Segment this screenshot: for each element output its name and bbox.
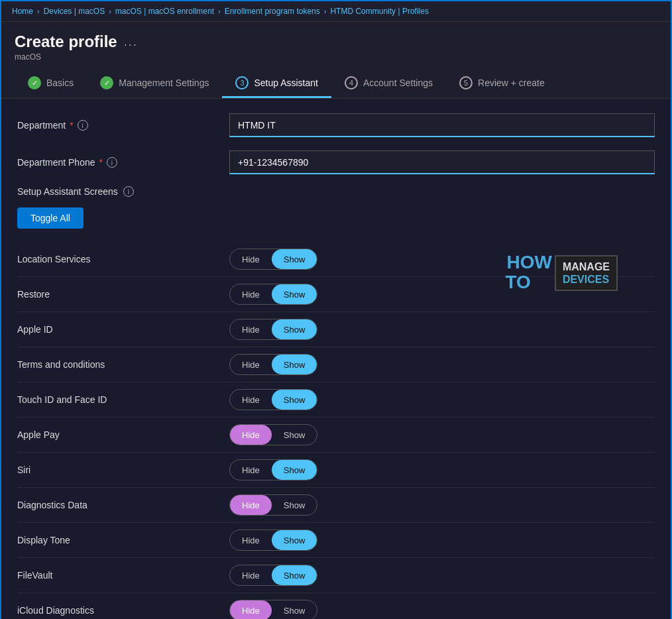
toggle-label-apple-id: Apple ID bbox=[17, 324, 229, 335]
toggle-show-apple-pay[interactable]: Show bbox=[272, 425, 317, 445]
toggle-hide-apple-pay[interactable]: Hide bbox=[230, 425, 272, 445]
tab-review-num-icon: 5 bbox=[459, 76, 473, 89]
toggle-switch-siri: HideShow bbox=[229, 459, 317, 480]
tab-basics[interactable]: ✓ Basics bbox=[15, 70, 87, 98]
toggle-label-restore: Restore bbox=[17, 289, 229, 300]
breadcrumb-profiles[interactable]: HTMD Community | Profiles bbox=[330, 7, 428, 16]
tab-setup-num-icon: 3 bbox=[235, 76, 249, 89]
toggle-hide-touch-id[interactable]: Hide bbox=[230, 390, 272, 410]
toggle-switch-terms: HideShow bbox=[229, 354, 317, 375]
phone-info-icon[interactable]: i bbox=[107, 157, 117, 168]
toggle-hide-diagnostics[interactable]: Hide bbox=[230, 495, 272, 515]
toggle-show-filevault[interactable]: Show bbox=[272, 565, 317, 585]
toggle-all-button[interactable]: Toggle All bbox=[17, 207, 84, 229]
tab-bar: ✓ Basics ✓ Management Settings 3 Setup A… bbox=[15, 70, 657, 98]
toggle-row-icloud-diag: iCloud DiagnosticsHideShow bbox=[17, 593, 655, 619]
toggle-show-display-tone[interactable]: Show bbox=[272, 530, 317, 550]
phone-required: * bbox=[99, 157, 103, 168]
toggle-show-location[interactable]: Show bbox=[272, 249, 317, 269]
department-phone-input[interactable] bbox=[229, 150, 655, 174]
tab-management-label: Management Settings bbox=[119, 78, 209, 88]
tab-review-label: Review + create bbox=[478, 78, 545, 88]
toggle-row-apple-pay: Apple PayHideShow bbox=[17, 418, 655, 453]
toggle-hide-apple-id[interactable]: Hide bbox=[230, 319, 272, 339]
page-title-menu[interactable]: ... bbox=[124, 35, 138, 49]
toggle-label-touch-id: Touch ID and Face ID bbox=[17, 394, 229, 405]
main-content: Department * i Department Phone * i Setu… bbox=[1, 99, 671, 619]
toggle-hide-location[interactable]: Hide bbox=[230, 249, 272, 269]
toggle-row-restore: RestoreHideShow bbox=[17, 277, 655, 312]
toggle-switch-apple-pay: HideShow bbox=[229, 424, 317, 445]
toggle-show-terms[interactable]: Show bbox=[272, 355, 317, 374]
tab-account-label: Account Settings bbox=[363, 78, 433, 88]
tab-basics-check-icon: ✓ bbox=[28, 76, 41, 89]
breadcrumb-devices[interactable]: Devices | macOS bbox=[44, 7, 105, 16]
toggle-show-diagnostics[interactable]: Show bbox=[272, 495, 317, 515]
department-info-icon[interactable]: i bbox=[78, 120, 88, 131]
toggle-label-apple-pay: Apple Pay bbox=[17, 429, 229, 440]
toggle-show-restore[interactable]: Show bbox=[272, 284, 317, 304]
toggle-hide-icloud-diag[interactable]: Hide bbox=[230, 600, 272, 619]
toggle-row-diagnostics: Diagnostics DataHideShow bbox=[17, 488, 655, 523]
department-input[interactable] bbox=[229, 113, 655, 137]
department-required: * bbox=[70, 120, 73, 131]
toggle-label-terms: Terms and conditions bbox=[17, 359, 229, 370]
toggle-show-siri[interactable]: Show bbox=[272, 460, 317, 480]
page-header: Create profile ... macOS ✓ Basics ✓ Mana… bbox=[1, 22, 671, 99]
page-title: Create profile bbox=[15, 32, 117, 51]
toggle-switch-restore: HideShow bbox=[229, 284, 317, 305]
department-phone-label: Department Phone * i bbox=[17, 157, 229, 168]
tab-account-num-icon: 4 bbox=[345, 76, 358, 89]
tab-management[interactable]: ✓ Management Settings bbox=[87, 70, 222, 98]
breadcrumb-home[interactable]: Home bbox=[12, 7, 33, 16]
toggle-row-touch-id: Touch ID and Face IDHideShow bbox=[17, 382, 655, 418]
toggle-list: Location ServicesHideShowRestoreHideShow… bbox=[17, 242, 655, 619]
page-subtitle: macOS bbox=[15, 52, 657, 62]
toggle-row-terms: Terms and conditionsHideShow bbox=[17, 347, 655, 382]
department-phone-row: Department Phone * i bbox=[17, 149, 655, 176]
breadcrumb-tokens[interactable]: Enrollment program tokens bbox=[225, 7, 320, 16]
toggle-switch-touch-id: HideShow bbox=[229, 389, 317, 410]
toggle-label-diagnostics: Diagnostics Data bbox=[17, 500, 229, 510]
tab-basics-label: Basics bbox=[46, 78, 74, 88]
toggle-row-apple-id: Apple IDHideShow bbox=[17, 312, 655, 347]
department-row: Department * i bbox=[17, 112, 655, 139]
toggle-label-filevault: FileVault bbox=[17, 570, 229, 581]
toggle-hide-display-tone[interactable]: Hide bbox=[230, 530, 272, 550]
toggle-label-siri: Siri bbox=[17, 465, 229, 475]
tab-review[interactable]: 5 Review + create bbox=[446, 70, 558, 98]
toggle-show-apple-id[interactable]: Show bbox=[272, 319, 317, 339]
breadcrumb-enrollment[interactable]: macOS | macOS enrollment bbox=[115, 7, 214, 16]
toggle-switch-display-tone: HideShow bbox=[229, 530, 317, 551]
section-label: Setup Assistant Screens i bbox=[17, 186, 655, 197]
toggle-switch-filevault: HideShow bbox=[229, 565, 317, 586]
toggle-switch-icloud-diag: HideShow bbox=[229, 600, 317, 619]
tab-management-check-icon: ✓ bbox=[100, 76, 113, 89]
toggle-label-icloud-diag: iCloud Diagnostics bbox=[17, 605, 229, 616]
toggle-show-touch-id[interactable]: Show bbox=[272, 390, 317, 410]
tab-setup[interactable]: 3 Setup Assistant bbox=[222, 70, 331, 98]
toggle-show-icloud-diag[interactable]: Show bbox=[272, 600, 317, 619]
toggle-switch-diagnostics: HideShow bbox=[229, 494, 317, 516]
toggle-label-display-tone: Display Tone bbox=[17, 535, 229, 545]
breadcrumb: Home › Devices | macOS › macOS | macOS e… bbox=[1, 1, 671, 22]
toggle-hide-restore[interactable]: Hide bbox=[230, 284, 272, 304]
section-info-icon[interactable]: i bbox=[123, 186, 134, 197]
toggle-row-filevault: FileVaultHideShow bbox=[17, 558, 655, 593]
toggle-switch-location: HideShow bbox=[229, 249, 317, 270]
toggle-hide-siri[interactable]: Hide bbox=[230, 460, 272, 480]
toggle-hide-filevault[interactable]: Hide bbox=[230, 565, 272, 585]
toggle-label-location: Location Services bbox=[17, 254, 229, 264]
toggle-row-display-tone: Display ToneHideShow bbox=[17, 523, 655, 558]
toggle-row-siri: SiriHideShow bbox=[17, 453, 655, 488]
department-label: Department * i bbox=[17, 120, 229, 131]
toggle-switch-apple-id: HideShow bbox=[229, 319, 317, 340]
toggle-row-location: Location ServicesHideShow bbox=[17, 242, 655, 277]
tab-setup-label: Setup Assistant bbox=[254, 78, 318, 88]
tab-account[interactable]: 4 Account Settings bbox=[331, 70, 446, 98]
toggle-hide-terms[interactable]: Hide bbox=[230, 355, 272, 374]
